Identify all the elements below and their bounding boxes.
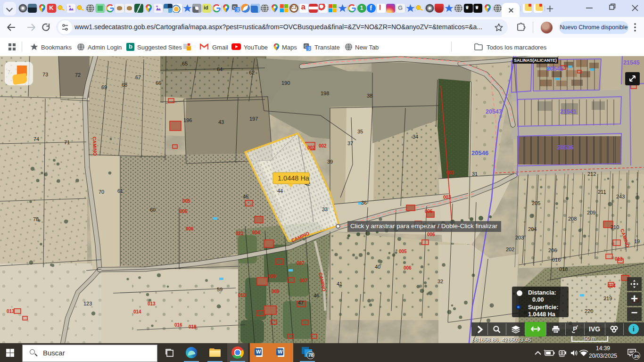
svg-text:34: 34	[413, 134, 418, 140]
svg-text:19: 19	[634, 239, 640, 244]
svg-text:005: 005	[399, 249, 407, 254]
svg-text:21541: 21541	[560, 108, 577, 115]
svg-text:005: 005	[182, 198, 190, 204]
svg-text:38: 38	[367, 93, 372, 99]
svg-text:64: 64	[217, 66, 223, 72]
svg-text:47: 47	[298, 300, 304, 305]
svg-text:007: 007	[297, 261, 305, 266]
svg-text:190: 190	[281, 80, 290, 86]
svg-text:005: 005	[180, 209, 188, 214]
svg-text:61: 61	[117, 188, 123, 194]
svg-text:016: 016	[552, 257, 561, 263]
svg-text:69: 69	[101, 84, 107, 90]
svg-text:20547: 20547	[486, 108, 502, 115]
svg-text:41: 41	[337, 281, 342, 287]
svg-text:006: 006	[425, 209, 433, 214]
svg-text:219: 219	[603, 296, 612, 301]
svg-text:006: 006	[186, 226, 194, 231]
svg-text:210: 210	[611, 224, 619, 230]
svg-text:002: 002	[307, 145, 315, 150]
svg-text:206: 206	[548, 247, 557, 253]
svg-text:198: 198	[321, 90, 329, 96]
svg-text:243: 243	[616, 194, 625, 199]
svg-text:002: 002	[319, 143, 327, 148]
svg-text:74: 74	[33, 136, 39, 142]
svg-text:205: 205	[532, 200, 540, 206]
svg-text:009: 009	[268, 274, 276, 279]
svg-text:70: 70	[99, 189, 104, 195]
svg-text:209: 209	[587, 210, 595, 215]
svg-text:60: 60	[150, 207, 156, 213]
svg-text:006: 006	[427, 232, 435, 237]
svg-text:024: 024	[608, 283, 616, 288]
svg-text:66: 66	[156, 80, 161, 86]
svg-text:31: 31	[472, 171, 478, 177]
svg-text:013: 013	[615, 256, 623, 262]
svg-text:013: 013	[148, 301, 156, 306]
svg-text:004: 004	[252, 230, 260, 235]
svg-text:CAMINO: CAMINO	[92, 137, 98, 156]
svg-text:36: 36	[361, 200, 367, 206]
svg-text:212: 212	[587, 171, 596, 177]
svg-text:37: 37	[347, 140, 353, 146]
svg-text:003: 003	[446, 170, 454, 175]
svg-text:208: 208	[568, 216, 577, 222]
svg-text:003: 003	[443, 195, 451, 200]
svg-text:203: 203	[515, 235, 524, 240]
svg-text:1.0448 Ha: 1.0448 Ha	[278, 174, 310, 182]
svg-text:67: 67	[135, 74, 141, 80]
svg-text:007: 007	[300, 278, 308, 283]
svg-text:39: 39	[327, 159, 333, 165]
svg-text:46: 46	[314, 293, 319, 298]
svg-text:20545: 20545	[547, 66, 563, 72]
svg-text:018: 018	[559, 266, 568, 272]
svg-text:72: 72	[75, 72, 81, 78]
svg-text:006: 006	[404, 265, 412, 271]
svg-text:197: 197	[249, 116, 258, 122]
svg-text:014: 014	[133, 309, 141, 314]
svg-text:021: 021	[236, 231, 244, 236]
svg-text:68: 68	[122, 82, 127, 88]
svg-text:62: 62	[249, 70, 255, 75]
svg-text:78: 78	[33, 216, 39, 222]
svg-text:59: 59	[217, 287, 223, 292]
svg-text:20536: 20536	[557, 144, 574, 151]
svg-text:220: 220	[585, 308, 593, 314]
svg-text:71: 71	[64, 140, 70, 145]
svg-text:016: 016	[174, 322, 182, 328]
svg-text:123: 123	[83, 301, 92, 306]
svg-text:35: 35	[357, 129, 363, 134]
svg-text:45: 45	[243, 194, 248, 199]
svg-text:018: 018	[189, 324, 197, 329]
svg-text:21545: 21545	[623, 59, 640, 66]
svg-text:33: 33	[322, 206, 328, 212]
svg-text:43: 43	[218, 119, 224, 125]
svg-text:65: 65	[182, 61, 188, 66]
svg-text:013: 013	[7, 309, 15, 314]
svg-text:40: 40	[375, 264, 380, 270]
svg-text:211: 211	[598, 189, 606, 195]
svg-text:20546: 20546	[471, 149, 488, 156]
svg-text:73: 73	[42, 72, 48, 77]
svg-text:010: 010	[238, 293, 246, 298]
svg-text:196: 196	[183, 117, 192, 123]
svg-text:32: 32	[438, 279, 443, 284]
svg-text:204: 204	[528, 226, 537, 232]
svg-text:009: 009	[272, 289, 280, 294]
svg-text:202: 202	[506, 247, 514, 252]
svg-text:44: 44	[277, 188, 283, 194]
